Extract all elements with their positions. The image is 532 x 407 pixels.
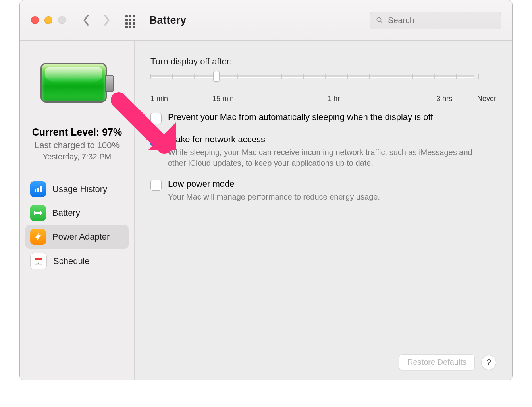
search-field[interactable] bbox=[370, 12, 501, 29]
svg-point-12 bbox=[40, 262, 41, 263]
search-input[interactable] bbox=[387, 15, 495, 25]
svg-point-10 bbox=[37, 262, 38, 263]
option-desc: While sleeping, your Mac can receive inc… bbox=[168, 147, 490, 169]
svg-point-11 bbox=[38, 262, 39, 263]
back-button[interactable] bbox=[82, 16, 91, 25]
slider-label-never: Never bbox=[477, 95, 496, 103]
svg-line-1 bbox=[380, 21, 382, 23]
search-icon bbox=[376, 16, 383, 24]
zoom-window-button[interactable] bbox=[58, 16, 66, 24]
slider-title: Turn display off after: bbox=[150, 56, 496, 67]
sidebar-item-power-adapter[interactable]: Power Adapter bbox=[25, 225, 129, 249]
forward-button[interactable] bbox=[102, 16, 111, 25]
sidebar-item-label: Power Adapter bbox=[52, 232, 110, 242]
option-prevent-sleep: Prevent your Mac from automatically slee… bbox=[150, 112, 496, 124]
option-low-power-mode: Low power mode Your Mac will manage perf… bbox=[150, 179, 496, 202]
sidebar: Current Level: 97% Last charged to 100% … bbox=[20, 41, 135, 380]
battery-icon bbox=[30, 205, 46, 221]
window-controls bbox=[31, 16, 66, 24]
display-off-slider[interactable] bbox=[150, 71, 496, 95]
svg-rect-7 bbox=[41, 212, 42, 214]
close-window-button[interactable] bbox=[31, 16, 39, 24]
option-wake-for-network: Wake for network access While sleeping, … bbox=[150, 134, 496, 169]
slider-label-3hrs: 3 hrs bbox=[436, 95, 452, 103]
option-title: Prevent your Mac from automatically slee… bbox=[168, 112, 433, 122]
sidebar-item-label: Usage History bbox=[52, 184, 107, 194]
sidebar-item-battery[interactable]: Battery bbox=[25, 201, 129, 225]
footer: Restore Defaults ? bbox=[150, 346, 496, 370]
option-desc: Your Mac will manage performance to redu… bbox=[168, 192, 380, 202]
svg-rect-9 bbox=[35, 258, 42, 260]
last-charged-label: Last charged to 100% bbox=[32, 140, 122, 151]
svg-point-0 bbox=[377, 17, 381, 21]
sidebar-item-label: Battery bbox=[52, 208, 80, 218]
slider-label-15min: 15 min bbox=[212, 95, 234, 103]
checkbox-low-power-mode[interactable] bbox=[150, 180, 162, 191]
sidebar-item-schedule[interactable]: Schedule bbox=[25, 249, 129, 273]
battery-status: Current Level: 97% Last charged to 100% … bbox=[32, 126, 122, 161]
usage-history-icon bbox=[30, 181, 46, 197]
minimize-window-button[interactable] bbox=[44, 16, 52, 24]
schedule-icon bbox=[30, 253, 47, 269]
svg-point-14 bbox=[38, 263, 39, 264]
slider-label-1hr: 1 hr bbox=[328, 95, 340, 103]
option-title: Low power mode bbox=[168, 179, 380, 189]
sidebar-menu: Usage History Battery Power Adapter bbox=[25, 177, 129, 273]
last-charged-time: Yesterday, 7:32 PM bbox=[32, 152, 122, 161]
svg-rect-3 bbox=[37, 188, 39, 192]
restore-defaults-button[interactable]: Restore Defaults bbox=[399, 354, 475, 370]
battery-prefs-window: Battery Current Level: 97% Last charged … bbox=[19, 0, 513, 380]
current-level-label: Current Level: 97% bbox=[32, 126, 122, 138]
battery-level-icon bbox=[40, 63, 114, 103]
options-list: Prevent your Mac from automatically slee… bbox=[150, 112, 496, 202]
slider-label-1min: 1 min bbox=[150, 95, 168, 103]
window-title: Battery bbox=[149, 14, 186, 27]
checkbox-wake-for-network[interactable] bbox=[150, 135, 162, 146]
option-title: Wake for network access bbox=[168, 134, 490, 145]
slider-thumb[interactable] bbox=[213, 71, 220, 82]
power-adapter-icon bbox=[30, 229, 46, 245]
sidebar-item-usage-history[interactable]: Usage History bbox=[25, 177, 129, 201]
svg-rect-6 bbox=[35, 212, 40, 214]
titlebar: Battery bbox=[20, 0, 512, 41]
svg-rect-4 bbox=[40, 186, 42, 192]
nav-buttons bbox=[82, 16, 111, 25]
svg-rect-2 bbox=[35, 189, 36, 192]
checkbox-prevent-sleep[interactable] bbox=[150, 113, 162, 124]
sidebar-item-label: Schedule bbox=[53, 256, 90, 266]
main-panel: Turn display off after: bbox=[135, 41, 512, 380]
svg-point-13 bbox=[37, 263, 38, 264]
show-all-prefs-button[interactable] bbox=[125, 15, 137, 25]
help-button[interactable]: ? bbox=[481, 355, 496, 370]
